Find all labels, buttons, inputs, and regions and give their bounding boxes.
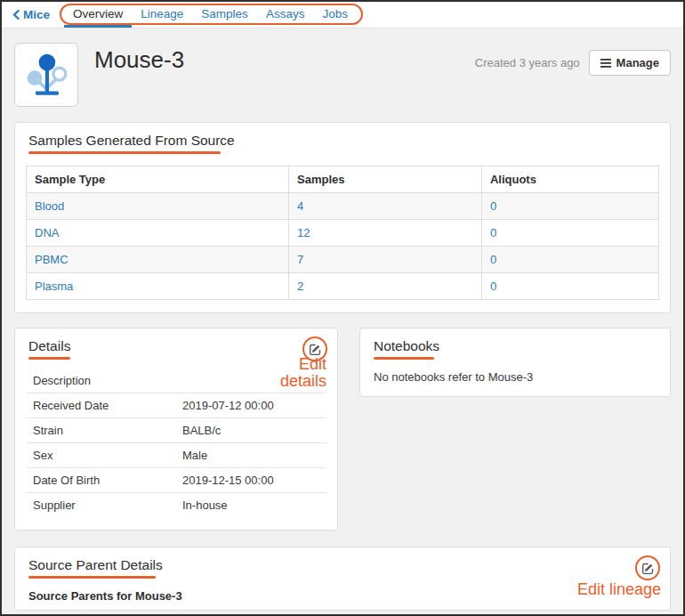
aliquots-count-link[interactable]: 0 bbox=[490, 226, 496, 239]
sample-type-link[interactable]: Plasma bbox=[35, 280, 73, 293]
samples-generated-panel: Samples Generated From Source Sample Typ… bbox=[14, 122, 671, 313]
edit-details-control bbox=[302, 336, 327, 361]
tab-assays[interactable]: Assays bbox=[257, 2, 314, 28]
tab-jobs[interactable]: Jobs bbox=[313, 2, 357, 28]
page-header: Mouse-3 Created 3 years ago Manage bbox=[14, 43, 671, 107]
detail-row: Strain BALB/c bbox=[26, 418, 326, 443]
source-parents-subheading: Source Parents for Mouse-3 bbox=[26, 589, 659, 603]
edit-lineage-control bbox=[635, 555, 660, 580]
notebooks-panel-heading: Notebooks bbox=[371, 338, 439, 354]
detail-label: Supplier bbox=[26, 493, 175, 518]
detail-value: In-house bbox=[175, 493, 326, 518]
lineage-tree-icon bbox=[23, 52, 69, 98]
details-table: Description Received Date 2019-07-12 00:… bbox=[26, 369, 326, 517]
back-link-label: Mice bbox=[23, 8, 50, 21]
detail-label: Date Of Birth bbox=[26, 468, 175, 493]
header-actions: Created 3 years ago Manage bbox=[475, 50, 671, 76]
detail-label: Received Date bbox=[26, 393, 175, 418]
manage-button[interactable]: Manage bbox=[589, 50, 671, 76]
top-nav: Mice Overview Lineage Samples Assays Job… bbox=[2, 2, 683, 28]
detail-row: Date Of Birth 2019-12-15 00:00 bbox=[26, 468, 326, 493]
details-panel-heading: Details bbox=[26, 338, 70, 354]
notebooks-panel: Notebooks No notebooks refer to Mouse-3 bbox=[359, 328, 671, 397]
annotation-underline-notebooks bbox=[374, 357, 434, 360]
aliquots-count-link[interactable]: 0 bbox=[490, 199, 496, 213]
samples-count-link[interactable]: 4 bbox=[297, 199, 303, 213]
tab-samples[interactable]: Samples bbox=[192, 2, 257, 28]
edit-pencil-icon bbox=[641, 562, 655, 575]
samples-count-link[interactable]: 12 bbox=[297, 226, 310, 239]
detail-label: Strain bbox=[26, 418, 175, 443]
source-parent-details-panel: Source Parent Details Edit lineage Sourc… bbox=[14, 547, 671, 611]
sample-type-link[interactable]: PBMC bbox=[35, 253, 68, 266]
aliquots-count-link[interactable]: 0 bbox=[490, 280, 496, 293]
annotation-underline-samples bbox=[28, 151, 221, 154]
page-title: Mouse-3 bbox=[94, 46, 184, 74]
page-body: Mouse-3 Created 3 years ago Manage Sampl… bbox=[2, 43, 683, 611]
detail-value bbox=[175, 369, 326, 393]
samples-panel-heading: Samples Generated From Source bbox=[26, 133, 235, 149]
column-header-aliquots: Aliquots bbox=[481, 166, 658, 193]
table-row: Plasma 2 0 bbox=[27, 273, 659, 300]
tab-lineage[interactable]: Lineage bbox=[132, 2, 192, 28]
detail-value: 2019-07-12 00:00 bbox=[175, 393, 326, 418]
samples-count-link[interactable]: 2 bbox=[297, 280, 303, 293]
column-header-sample-type: Sample Type bbox=[27, 166, 289, 193]
created-timestamp: Created 3 years ago bbox=[475, 56, 580, 69]
edit-lineage-button[interactable] bbox=[635, 555, 660, 580]
tab-overview[interactable]: Overview bbox=[64, 2, 132, 28]
aliquots-count-link[interactable]: 0 bbox=[490, 253, 496, 266]
manage-button-label: Manage bbox=[616, 56, 659, 69]
detail-row: Sex Male bbox=[26, 443, 326, 468]
detail-row: Received Date 2019-07-12 00:00 bbox=[26, 393, 326, 418]
detail-value: Male bbox=[175, 443, 326, 468]
back-to-mice-link[interactable]: Mice bbox=[12, 2, 50, 28]
annotation-underline-details bbox=[28, 357, 70, 360]
details-panel: Details Edit details Descr bbox=[14, 328, 338, 531]
sample-type-link[interactable]: Blood bbox=[35, 199, 64, 213]
tab-bar: Overview Lineage Samples Assays Jobs bbox=[64, 2, 357, 28]
detail-label: Sex bbox=[26, 443, 175, 468]
chevron-left-icon bbox=[12, 10, 20, 20]
annotation-underline-source-parents bbox=[28, 576, 156, 579]
detail-row: Supplier In-house bbox=[26, 493, 326, 518]
detail-label: Description bbox=[26, 369, 175, 393]
source-parents-heading: Source Parent Details bbox=[26, 557, 163, 573]
column-header-samples: Samples bbox=[289, 166, 482, 193]
samples-count-link[interactable]: 7 bbox=[297, 253, 303, 266]
source-avatar bbox=[14, 43, 78, 107]
table-row: DNA 12 0 bbox=[27, 220, 659, 247]
table-row: PBMC 7 0 bbox=[27, 247, 659, 273]
detail-value: 2019-12-15 00:00 bbox=[175, 468, 326, 493]
edit-pencil-icon bbox=[309, 343, 322, 356]
detail-row: Description bbox=[26, 369, 326, 393]
samples-summary-table: Sample Type Samples Aliquots Blood 4 0 D… bbox=[26, 166, 659, 300]
table-header-row: Sample Type Samples Aliquots bbox=[27, 166, 659, 193]
table-row: Blood 4 0 bbox=[27, 193, 659, 220]
edit-details-button[interactable] bbox=[302, 336, 327, 361]
sample-type-link[interactable]: DNA bbox=[35, 226, 59, 239]
hamburger-menu-icon bbox=[600, 59, 611, 68]
notebooks-empty-text: No notebooks refer to Mouse-3 bbox=[371, 370, 659, 384]
detail-value: BALB/c bbox=[175, 418, 326, 443]
